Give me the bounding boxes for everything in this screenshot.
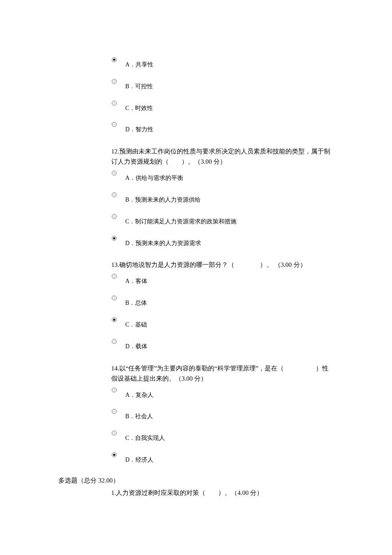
svg-point-17 xyxy=(112,431,117,436)
option-text: D．载体 xyxy=(125,339,147,350)
option-row[interactable]: B．社会人 xyxy=(111,409,333,420)
option-row[interactable]: A．复杂人 xyxy=(111,388,333,399)
option-row[interactable]: B．可控性 xyxy=(111,79,333,90)
option-list: A．共享性 B．可控性 C．时效性 D．智力性 xyxy=(111,58,333,133)
svg-point-16 xyxy=(112,409,117,414)
option-text: D．经济人 xyxy=(125,453,153,464)
option-text: A．供给与需求的平衡 xyxy=(125,171,183,182)
option-row[interactable]: C．自我实现人 xyxy=(111,431,333,442)
svg-point-13 xyxy=(113,318,115,321)
radio-icon[interactable] xyxy=(111,387,118,394)
question-stem: 12.预测由未来工作岗位的性质与要求所决定的人员素质和技能的类型，属于制订人力资… xyxy=(111,146,333,167)
option-row[interactable]: B．总体 xyxy=(111,296,333,307)
radio-icon[interactable] xyxy=(111,338,118,345)
option-text: C．自我实现人 xyxy=(125,431,165,442)
option-row[interactable]: C．时效性 xyxy=(111,101,333,112)
option-text: C．基础 xyxy=(125,318,147,329)
radio-icon[interactable] xyxy=(111,78,118,85)
option-row[interactable]: D．预测未来的人力资源需求 xyxy=(111,236,333,247)
radio-icon[interactable] xyxy=(111,57,118,64)
radio-icon[interactable] xyxy=(111,452,118,459)
radio-icon[interactable] xyxy=(111,408,118,415)
question-12: 12.预测由未来工作岗位的性质与要求所决定的人员素质和技能的类型，属于制订人力资… xyxy=(111,146,333,247)
option-text: B．总体 xyxy=(125,296,147,307)
svg-point-3 xyxy=(112,101,117,105)
option-list: A．客体 B．总体 C．基础 D．载体 xyxy=(111,274,333,350)
option-text: B．社会人 xyxy=(125,409,153,420)
question-stem: 14.以“任务管理”为主要内容的泰勒的“科学管理原理”，是在（ ）性假设基础上提… xyxy=(111,363,333,384)
radio-icon[interactable] xyxy=(111,100,118,107)
svg-point-10 xyxy=(112,274,117,279)
question-13: 13.确切地说智力是人力资源的哪一部分？（ ）。 （3.00 分） A．客体 B… xyxy=(111,260,333,350)
svg-point-6 xyxy=(112,193,117,197)
option-text: B．可控性 xyxy=(125,79,153,90)
svg-point-1 xyxy=(113,58,115,61)
radio-icon[interactable] xyxy=(111,273,118,280)
option-list: A．供给与需求的平衡 B．预测未来的人力资源供给 C．制订能满足人力资源需求的政… xyxy=(111,171,333,247)
svg-point-5 xyxy=(112,171,117,176)
option-text: C．时效性 xyxy=(125,101,153,112)
question-multi-1: 1.人力资源过剩时应采取的对策（ ）。（4.00 分） xyxy=(111,488,333,498)
svg-point-4 xyxy=(112,122,117,127)
svg-point-15 xyxy=(112,387,117,392)
radio-icon[interactable] xyxy=(111,430,118,437)
question-14: 14.以“任务管理”为主要内容的泰勒的“科学管理原理”，是在（ ）性假设基础上提… xyxy=(111,363,333,464)
radio-icon[interactable] xyxy=(111,295,118,302)
option-list: A．复杂人 B．社会人 C．自我实现人 D．经济人 xyxy=(111,388,333,464)
svg-point-2 xyxy=(112,79,117,84)
option-row[interactable]: C．基础 xyxy=(111,318,333,329)
question-stem: 13.确切地说智力是人力资源的哪一部分？（ ）。 （3.00 分） xyxy=(111,260,333,270)
option-row[interactable]: C．制订能满足人力资源需求的政策和措施 xyxy=(111,214,333,225)
svg-point-11 xyxy=(112,296,117,301)
option-row[interactable]: D．经济人 xyxy=(111,453,333,464)
radio-icon[interactable] xyxy=(111,121,118,128)
question-11: A．共享性 B．可控性 C．时效性 D．智力性 xyxy=(111,58,333,133)
option-row[interactable]: A．供给与需求的平衡 xyxy=(111,171,333,182)
svg-point-19 xyxy=(113,454,115,456)
option-text: A．客体 xyxy=(125,274,147,285)
option-text: D．智力性 xyxy=(125,122,153,133)
svg-point-9 xyxy=(113,237,115,239)
option-text: A．复杂人 xyxy=(125,388,153,399)
option-row[interactable]: B．预测未来的人力资源供给 xyxy=(111,193,333,204)
svg-point-7 xyxy=(112,214,117,219)
svg-point-14 xyxy=(112,339,117,344)
option-row[interactable]: A．客体 xyxy=(111,274,333,285)
option-text: D．预测未来的人力资源需求 xyxy=(125,236,201,247)
option-row[interactable]: D．载体 xyxy=(111,339,333,350)
option-text: B．预测未来的人力资源供给 xyxy=(125,193,201,204)
section-heading: 多选题（总分 32.00） xyxy=(58,477,392,485)
radio-icon[interactable] xyxy=(111,235,118,242)
question-stem: 1.人力资源过剩时应采取的对策（ ）。（4.00 分） xyxy=(111,488,333,498)
option-text: C．制订能满足人力资源需求的政策和措施 xyxy=(125,214,236,225)
radio-icon[interactable] xyxy=(111,317,118,324)
radio-icon[interactable] xyxy=(111,192,118,199)
option-text: A．共享性 xyxy=(125,58,153,69)
radio-icon[interactable] xyxy=(111,170,118,177)
option-row[interactable]: A．共享性 xyxy=(111,58,333,69)
radio-icon[interactable] xyxy=(111,214,118,220)
option-row[interactable]: D．智力性 xyxy=(111,122,333,133)
